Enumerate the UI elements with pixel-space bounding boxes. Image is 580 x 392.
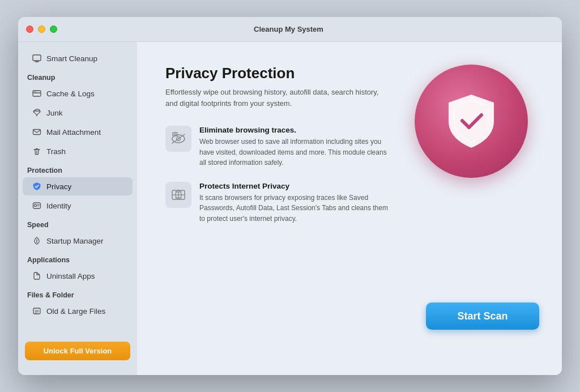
start-scan-button[interactable]: Start Scan: [426, 302, 539, 330]
svg-point-5: [34, 91, 35, 92]
privacy-label: Privacy: [46, 182, 71, 191]
uninstall-icon: [32, 271, 42, 281]
cache-logs-label: Cache & Logs: [46, 90, 95, 98]
trash-icon: [32, 146, 42, 156]
files-icon: [32, 306, 42, 316]
sidebar-item-junk[interactable]: Junk: [23, 104, 133, 122]
feature1-desc: Web browser used to save all information…: [199, 137, 392, 168]
unlock-full-version-button[interactable]: Unlock Full Version: [25, 342, 130, 360]
browsing-traces-icon-box: [165, 126, 191, 152]
titlebar: Cleanup My System: [18, 17, 562, 42]
old-large-files-label: Old & Large Files: [46, 307, 105, 316]
identity-icon: [32, 201, 42, 211]
traffic-lights: [26, 25, 57, 33]
content-area: Smart Cleanup Cleanup Cache & Logs: [18, 42, 562, 375]
junk-icon: [32, 108, 42, 118]
main-content: Privacy Protection Effortlessly wipe out…: [137, 42, 562, 375]
sidebar-item-smart-cleanup[interactable]: Smart Cleanup: [23, 49, 133, 67]
internet-privacy-icon-box: [165, 182, 191, 208]
svg-rect-0: [33, 55, 41, 61]
feature1-title: Eliminate browsing traces.: [199, 126, 392, 134]
monitor-icon: [32, 53, 42, 63]
feature2-desc: It scans browsers for privacy exposing t…: [199, 193, 392, 224]
maximize-button[interactable]: [50, 25, 57, 33]
junk-label: Junk: [46, 109, 63, 117]
section-files-folder: Files & Folder: [18, 286, 137, 301]
sidebar-item-trash[interactable]: Trash: [23, 142, 133, 160]
section-applications: Applications: [18, 250, 137, 266]
section-cleanup: Cleanup: [18, 68, 137, 84]
section-protection: Protection: [18, 161, 137, 177]
shield-graphic: [415, 65, 528, 178]
sidebar: Smart Cleanup Cleanup Cache & Logs: [18, 42, 137, 375]
svg-point-6: [35, 91, 36, 92]
sidebar-item-old-large-files[interactable]: Old & Large Files: [23, 302, 133, 320]
page-subtitle: Effortlessly wipe out browsing history, …: [165, 87, 381, 109]
sidebar-item-identity[interactable]: Identity: [23, 197, 133, 215]
privacy-icon: [32, 181, 42, 191]
minimize-button[interactable]: [38, 25, 45, 33]
svg-point-14: [36, 242, 37, 243]
feature2-title: Protects Internet Privacy: [199, 182, 392, 190]
sidebar-item-cache-logs[interactable]: Cache & Logs: [23, 84, 133, 103]
feature-internet-text: Protects Internet Privacy It scans brows…: [199, 182, 392, 224]
app-window: Cleanup My System Smart Cleanup Cleanup: [18, 17, 562, 375]
sidebar-item-mail-attachment[interactable]: Mail Attachment: [23, 123, 133, 141]
cache-icon: [32, 88, 42, 99]
sidebar-item-privacy[interactable]: Privacy: [23, 177, 133, 195]
smart-cleanup-label: Smart Cleanup: [46, 54, 97, 63]
svg-rect-7: [33, 130, 41, 135]
mail-attachment-label: Mail Attachment: [46, 128, 101, 137]
startup-manager-label: Startup Manager: [46, 237, 104, 245]
svg-point-10: [35, 204, 37, 207]
trash-label: Trash: [46, 147, 66, 156]
close-button[interactable]: [26, 25, 33, 33]
identity-label: Identity: [46, 202, 71, 210]
mail-icon: [32, 127, 42, 137]
sidebar-item-uninstall-apps[interactable]: Uninstall Apps: [23, 267, 133, 285]
section-speed: Speed: [18, 215, 137, 231]
window-title: Cleanup My System: [57, 25, 520, 33]
uninstall-apps-label: Uninstall Apps: [46, 272, 95, 280]
feature-item-internet: Protects Internet Privacy It scans brows…: [165, 182, 534, 224]
feature-browsing-text: Eliminate browsing traces. Web browser u…: [199, 126, 392, 168]
sidebar-item-startup-manager[interactable]: Startup Manager: [23, 232, 133, 250]
startup-icon: [32, 236, 42, 246]
